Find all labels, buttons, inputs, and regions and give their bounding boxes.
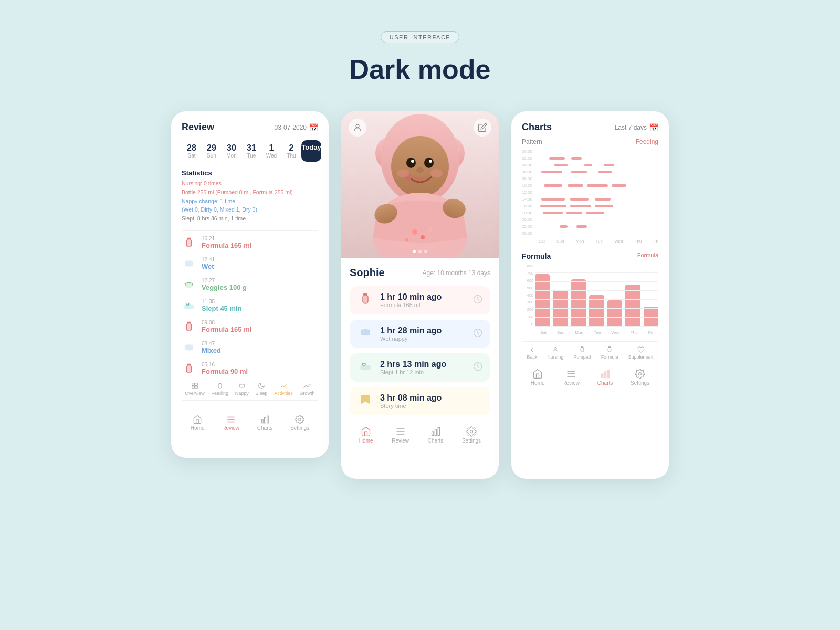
activity-card-2[interactable]: 1 hr 28 min ago Wet nappy — [350, 320, 490, 348]
svg-rect-10 — [186, 365, 191, 373]
bar-col-tue — [589, 295, 604, 327]
pattern-day-sun: Sun — [556, 239, 564, 244]
bar-col-fri — [644, 307, 658, 327]
activity-clock-2[interactable] — [472, 328, 483, 341]
activity-clock-1[interactable] — [472, 294, 483, 307]
svg-rect-63 — [438, 428, 439, 436]
phones-row: Review 03-07-2020 📅 28 Sat 29 Sun 30 Mon… — [126, 111, 714, 479]
svg-point-40 — [430, 169, 443, 177]
charts-nav-settings[interactable]: Settings — [631, 369, 649, 386]
review-nav-home[interactable]: Home — [191, 415, 205, 431]
pattern-section: Pattern Feeding 00:00 02:00 04:00 06:00 … — [522, 138, 658, 244]
feed-item-4[interactable]: 11:35 Slept 45 min — [182, 298, 318, 313]
sec-nav-nursing[interactable]: Nursing — [547, 346, 563, 360]
pattern-day-fri: Fri — [654, 239, 658, 244]
stat-sleep: Slept: 8 hrs 36 min, 1 time — [182, 214, 318, 223]
charts-cal-icon[interactable]: 📅 — [649, 123, 658, 132]
home-nav-home[interactable]: Home — [359, 426, 373, 444]
date-30[interactable]: 30 Mon — [222, 140, 242, 162]
sec-nav-back[interactable]: Back — [527, 346, 537, 360]
date-2[interactable]: 2 Thu — [281, 140, 301, 162]
svg-point-37 — [416, 167, 424, 173]
stat-nappy: Nappy change: 1 time — [182, 197, 318, 206]
review-header: Review 03-07-2020 📅 — [182, 122, 318, 133]
home-top-icons — [349, 119, 491, 136]
svg-rect-4 — [185, 305, 194, 309]
feed-time-2: 12:41 — [202, 257, 215, 262]
feed-item-2[interactable]: 12:41 Wet — [182, 256, 318, 271]
charts-nav-review-label: Review — [562, 380, 580, 386]
calendar-icon[interactable]: 📅 — [309, 123, 318, 132]
home-nav-charts[interactable]: Charts — [428, 426, 443, 444]
formula-title: Formula — [522, 252, 551, 260]
date-num-29: 29 — [207, 143, 216, 153]
date-day-30: Mon — [226, 153, 236, 159]
home-nav-review[interactable]: Review — [392, 426, 409, 444]
bar-col-sat — [535, 274, 550, 327]
activity-clock-3[interactable] — [472, 361, 483, 374]
feed-item-7[interactable]: 05:16 Formula 90 ml — [182, 361, 318, 376]
charts-nav-charts-label: Charts — [597, 380, 613, 386]
charts-nav-charts[interactable]: Charts — [597, 369, 613, 386]
feed-item-5[interactable]: 09:08 Formula 165 ml — [182, 319, 318, 334]
bar-day-tue: Tue — [594, 330, 601, 335]
sec-nav-formula[interactable]: Formula — [601, 346, 618, 360]
feed-label-7: Formula 90 ml — [202, 368, 248, 375]
bar-rect-tue — [589, 295, 604, 327]
sub-nav-sleep[interactable]: Sleep — [256, 382, 268, 396]
edit-icon[interactable] — [474, 119, 491, 136]
feeding-label: Feeding — [636, 138, 658, 145]
bar-col-thu — [625, 285, 640, 327]
sub-nav-activities[interactable]: Activities — [274, 382, 293, 396]
date-28[interactable]: 28 Sat — [182, 140, 202, 162]
svg-point-65 — [554, 347, 556, 350]
charts-nav-home[interactable]: Home — [531, 369, 545, 386]
bar-rect-wed — [607, 300, 622, 327]
profile-icon[interactable] — [349, 119, 366, 136]
svg-marker-57 — [361, 395, 370, 404]
sec-nav-pumped[interactable]: Pumped — [573, 346, 591, 360]
activity-card-1[interactable]: 1 hr 10 min ago Formula 165 ml — [350, 286, 490, 314]
date-1[interactable]: 1 Wed — [261, 140, 281, 162]
y-label-0: 0 — [522, 322, 533, 327]
charts-nav-review[interactable]: Review — [562, 369, 580, 386]
sec-nav-supplement[interactable]: Supplement — [628, 346, 654, 360]
review-nav-settings[interactable]: Settings — [290, 415, 309, 431]
charts-title: Charts — [522, 122, 552, 133]
activity-card-4[interactable]: 3 hr 08 min ago Story time — [350, 387, 490, 415]
sec-nav-nursing-label: Nursing — [547, 354, 563, 360]
sub-nav-growth[interactable]: Growth — [300, 382, 315, 396]
home-nav-settings[interactable]: Settings — [462, 426, 481, 444]
feed-icon-diaper-2 — [182, 340, 196, 355]
sub-nav-overview[interactable]: Overview — [185, 382, 205, 396]
sub-nav-nappy[interactable]: Nappy — [235, 382, 249, 396]
svg-point-76 — [639, 373, 642, 375]
svg-rect-61 — [432, 432, 433, 436]
bar-day-sun: Sun — [557, 330, 564, 335]
activity-card-3[interactable]: 2 hrs 13 min ago Slept 1 hr 12 min — [350, 353, 490, 382]
feed-item-3[interactable]: 12:27 Veggies 100 g — [182, 277, 318, 292]
sec-nav-pumped-label: Pumped — [573, 354, 591, 360]
feed-icon-sleep — [182, 298, 196, 313]
feed-item-1[interactable]: 16:21 Formula 165 ml — [182, 235, 318, 250]
pattern-label: Pattern — [522, 138, 542, 145]
feed-label-1: Formula 165 ml — [202, 242, 251, 249]
review-bottom-nav: Home Review Charts Settings — [182, 409, 318, 431]
feed-info-7: 05:16 Formula 90 ml — [202, 362, 248, 375]
feed-item-6[interactable]: 08:47 Mixed — [182, 340, 318, 355]
review-nav-review[interactable]: Review — [222, 415, 239, 431]
date-31[interactable]: 31 Tue — [242, 140, 261, 162]
photo-dots — [413, 250, 427, 253]
y-label-100: 100 — [522, 314, 533, 319]
timeline-chart: 00:00 02:00 04:00 06:00 08:00 10:00 12:0… — [522, 149, 658, 244]
review-nav-charts[interactable]: Charts — [257, 415, 272, 431]
formula-chart-area: 800 700 600 500 400 300 200 100 0 — [522, 264, 658, 335]
pattern-label-row: Pattern Feeding — [522, 138, 658, 145]
sub-nav-feeding[interactable]: Feeding — [212, 382, 229, 396]
feed-time-5: 09:08 — [202, 320, 251, 326]
date-today[interactable]: Today — [301, 140, 321, 162]
date-29[interactable]: 29 Sun — [202, 140, 222, 162]
sub-nav-sleep-label: Sleep — [256, 391, 268, 396]
svg-rect-14 — [192, 386, 195, 389]
feed-info-1: 16:21 Formula 165 ml — [202, 236, 251, 249]
